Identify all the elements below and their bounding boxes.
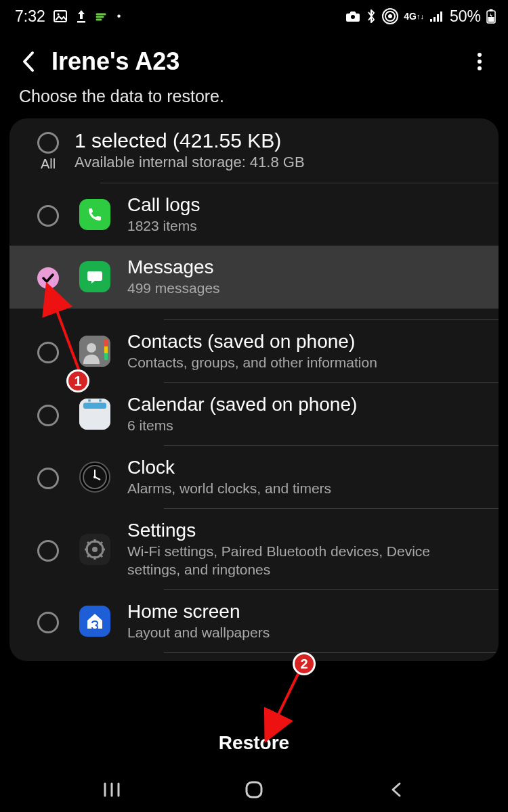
clock-icon <box>79 461 110 493</box>
svg-rect-8 <box>433 17 436 22</box>
contacts-icon <box>79 336 110 367</box>
item-subtitle: 6 items <box>127 417 486 434</box>
camera-icon <box>345 9 360 23</box>
svg-line-45 <box>276 671 299 719</box>
header: Irene's A23 <box>0 28 508 83</box>
select-all-row[interactable]: All 1 selected (421.55 KB) Available int… <box>9 118 499 172</box>
item-clock[interactable]: Clock Alarms, world clocks, and timers <box>9 446 499 497</box>
svg-rect-9 <box>437 14 439 22</box>
svg-rect-20 <box>104 346 108 353</box>
gear-icon <box>79 534 110 565</box>
checkbox-home-screen[interactable] <box>37 612 59 633</box>
checkbox-contacts[interactable] <box>37 342 59 363</box>
battery-text: 50% <box>450 7 481 26</box>
item-settings[interactable]: Settings Wi-Fi settings, Paired Bluetoot… <box>9 509 499 579</box>
nav-recents-button[interactable] <box>85 776 139 803</box>
upload-icon <box>75 9 87 24</box>
item-call-logs[interactable]: Call logs 1823 items <box>9 183 499 235</box>
status-bar: 7:32 • 4G↑↓ 50% <box>0 0 508 28</box>
item-title: Settings <box>127 520 486 541</box>
svg-rect-23 <box>83 403 106 409</box>
restore-items-panel: All 1 selected (421.55 KB) Available int… <box>9 118 499 661</box>
item-title: Clock <box>127 457 486 478</box>
item-title: Messages <box>127 256 486 278</box>
svg-point-15 <box>478 60 482 64</box>
svg-point-4 <box>388 14 392 18</box>
cell-signal-icon <box>429 10 444 22</box>
bottom-action-bar: Restore <box>0 725 508 761</box>
svg-point-18 <box>87 343 96 353</box>
network-type: 4G↑↓ <box>404 12 424 21</box>
calendar-icon <box>79 399 110 430</box>
item-subtitle: Alarms, world clocks, and timers <box>127 480 486 497</box>
checkbox-messages[interactable] <box>37 267 59 289</box>
navigation-bar <box>0 767 508 812</box>
page-subtitle: Choose the data to restore. <box>0 83 508 118</box>
signal-bars-icon <box>96 10 109 22</box>
phone-icon <box>79 199 110 230</box>
hotspot-icon <box>382 8 398 24</box>
svg-rect-43 <box>247 782 261 797</box>
checkbox-calendar[interactable] <box>37 405 59 426</box>
item-subtitle: 1823 items <box>127 217 486 235</box>
svg-rect-2 <box>77 21 85 23</box>
checkbox-call-logs[interactable] <box>37 205 59 227</box>
picture-icon <box>54 9 67 23</box>
item-home-screen[interactable]: Home screen Layout and wallpapers <box>9 590 499 641</box>
page-title: Irene's A23 <box>51 47 179 76</box>
nav-home-button[interactable] <box>227 776 281 803</box>
status-time: 7:32 <box>15 7 45 26</box>
svg-point-29 <box>93 476 96 478</box>
item-title: Home screen <box>127 601 486 623</box>
messages-icon <box>79 261 110 292</box>
item-subtitle: Layout and wallpapers <box>127 624 486 641</box>
item-subtitle: Wi-Fi settings, Paired Bluetooth devices… <box>127 543 486 579</box>
svg-point-16 <box>478 66 482 70</box>
divider <box>164 652 499 653</box>
item-calendar[interactable]: Calendar (saved on phone) 6 items <box>9 383 499 434</box>
dot-icon: • <box>117 10 121 22</box>
back-button[interactable] <box>15 48 42 75</box>
svg-point-3 <box>351 15 355 19</box>
checkbox-settings[interactable] <box>37 540 59 562</box>
select-all-label: All <box>41 156 56 172</box>
svg-rect-21 <box>104 353 108 360</box>
svg-point-24 <box>88 399 91 402</box>
svg-rect-19 <box>104 340 108 346</box>
checkbox-clock[interactable] <box>37 468 59 489</box>
svg-rect-10 <box>440 12 442 22</box>
item-messages[interactable]: Messages 499 messages <box>9 246 499 308</box>
select-all-checkbox[interactable] <box>37 132 59 154</box>
svg-point-31 <box>92 547 98 552</box>
bluetooth-icon <box>366 9 377 24</box>
svg-point-25 <box>99 399 102 402</box>
selection-summary-title: 1 selected (421.55 KB) <box>75 129 486 152</box>
item-contacts[interactable]: Contacts (saved on phone) Contacts, grou… <box>9 320 499 371</box>
item-title: Call logs <box>127 194 486 216</box>
svg-rect-12 <box>490 9 493 12</box>
svg-point-14 <box>478 53 482 57</box>
restore-button[interactable]: Restore <box>205 725 303 761</box>
item-title: Contacts (saved on phone) <box>127 331 486 353</box>
item-subtitle: 499 messages <box>127 279 486 297</box>
more-options-button[interactable] <box>466 48 493 75</box>
home-icon <box>79 606 110 637</box>
svg-rect-7 <box>430 19 432 22</box>
svg-point-1 <box>57 14 59 16</box>
storage-available-text: Available internal storage: 41.8 GB <box>75 154 486 171</box>
nav-back-button[interactable] <box>369 776 423 803</box>
battery-icon <box>486 9 496 24</box>
item-title: Calendar (saved on phone) <box>127 394 486 415</box>
item-subtitle: Contacts, groups, and other information <box>127 354 486 371</box>
